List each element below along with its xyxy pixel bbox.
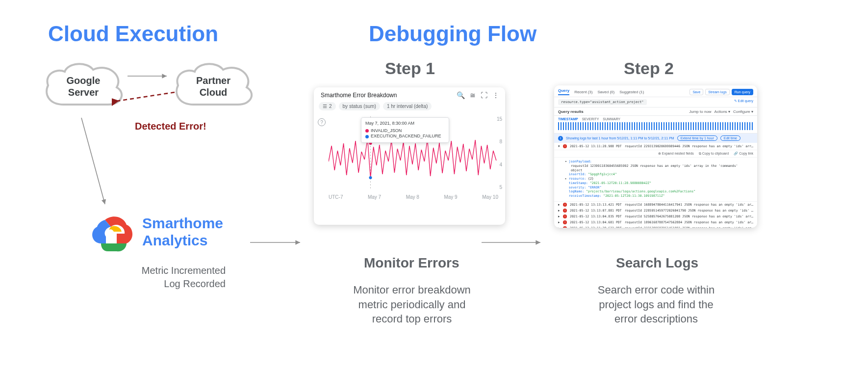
svg-line-2 xyxy=(81,118,105,204)
query-text[interactable]: resource.type="assistant_action_project" xyxy=(558,99,647,105)
hist-tab-severity[interactable]: SEVERITY xyxy=(582,117,599,121)
chart-similar-icon[interactable]: ≅ xyxy=(470,91,476,99)
expand-nested-link[interactable]: ⊕ Expand nested fields xyxy=(658,152,694,156)
interval-chip[interactable]: 1 hr interval (delta) xyxy=(383,102,432,110)
log-row-ts: 2021-05-12 13:13:07.881 PDT xyxy=(570,209,622,213)
edit-query-link[interactable]: ✎ Edit query xyxy=(734,99,753,103)
search-icon[interactable]: 🔍 xyxy=(457,91,465,99)
tooltip-time: May 7, 2021, 8:30:00 AM xyxy=(365,121,445,127)
chevron-right-icon: ▸ xyxy=(558,209,560,213)
arrow-error-back xyxy=(112,87,179,107)
svg-point-6 xyxy=(369,176,372,179)
step2-subheader: Search Logs xyxy=(616,255,698,271)
log-tab-recent[interactable]: Recent (3) xyxy=(574,90,592,94)
log-entry-expanded-head[interactable]: ▾ ! 2021-05-12 13:11:28.988 PDT requestI… xyxy=(554,143,757,150)
log-row-ts: 2021-05-12 13:11:38.623 PDT xyxy=(570,226,622,228)
log-row[interactable]: ▸!2021-05-12 13:13:07.881 PDTrequestId 2… xyxy=(554,208,757,214)
log-row-ts: 2021-05-12 13:13:13.421 PDT xyxy=(570,203,622,207)
log-row-msg: requestId 18961687887547562884 JSON resp… xyxy=(625,220,753,224)
svg-line-1 xyxy=(117,92,175,101)
arrow-analytics-to-step1 xyxy=(249,238,304,247)
chevron-right-icon: ▸ xyxy=(558,226,560,228)
step1-label: Step 1 xyxy=(385,59,435,78)
error-dot-icon: ! xyxy=(563,226,567,228)
log-row[interactable]: ▸!2021-05-12 13:13:04.835 PDTrequestId 5… xyxy=(554,214,757,219)
query-results-label: Query results xyxy=(558,109,584,114)
info-text: Showing logs for last 1 hour from 5/12/2… xyxy=(566,136,674,140)
log-row[interactable]: ▸!2021-05-12 13:13:04.681 PDTrequestId 1… xyxy=(554,219,757,225)
copy-clipboard-link[interactable]: ⧉ Copy to clipboard xyxy=(699,152,729,156)
chart-panel-monitor-errors: Smarthome Error Breakdown 🔍 ≅ ⛶ ⋮ ☰2 by … xyxy=(314,87,505,225)
log-json-expanded: ▾ jsonPayload: requestId 123991183604556… xyxy=(554,158,757,202)
tooltip-series1: INVALID_JSON xyxy=(371,128,402,133)
title-debugging-flow: Debugging Flow xyxy=(369,22,536,46)
chart-yticks: 15 8 4 5 xyxy=(497,116,502,190)
step2-desc: Search error code within project logs an… xyxy=(583,283,730,326)
copy-link-link[interactable]: 🔗 Copy link xyxy=(734,152,753,156)
cloud-partner-cloud: Partner Cloud xyxy=(169,58,257,114)
chevron-right-icon: ▸ xyxy=(558,214,560,218)
error-dot-icon: ! xyxy=(563,144,567,148)
info-bar: i Showing logs for last 1 hour from 5/12… xyxy=(554,134,757,143)
error-dot-icon: ! xyxy=(563,203,567,207)
log-head-req: requestId 2293139020699989446 JSON respo… xyxy=(625,144,753,148)
log-row-msg: requestId 3321389587961461881 JSON respo… xyxy=(625,226,753,228)
kebab-icon[interactable]: ⋮ xyxy=(492,91,499,99)
step2-label: Step 2 xyxy=(624,59,674,78)
step1-desc: Monitor error breakdown metric periodica… xyxy=(343,283,481,326)
run-query-button[interactable]: Run query xyxy=(732,89,753,95)
configure-dropdown[interactable]: Configure ▾ xyxy=(733,109,753,114)
chevron-right-icon: ▸ xyxy=(558,203,560,207)
title-cloud-execution: Cloud Execution xyxy=(48,22,218,46)
log-rows-list: ▸!2021-05-12 13:13:13.421 PDTrequestId 1… xyxy=(554,202,757,228)
log-row-ts: 2021-05-12 13:13:04.681 PDT xyxy=(570,220,622,224)
legend-dot-blue-icon xyxy=(365,135,369,138)
smarthome-analytics-text: Smarthome Analytics xyxy=(142,215,223,249)
log-row[interactable]: ▸!2021-05-12 13:13:13.421 PDTrequestId 1… xyxy=(554,202,757,208)
log-row-ts: 2021-05-12 13:13:04.835 PDT xyxy=(570,214,622,218)
stream-logs-button[interactable]: Stream logs xyxy=(705,89,729,95)
log-tab-suggested[interactable]: Suggested (1) xyxy=(619,90,644,94)
log-head-ts: 2021-05-12 13:11:28.988 PDT xyxy=(570,144,622,148)
gcp-cloud-icon xyxy=(86,213,135,253)
error-dot-icon: ! xyxy=(563,214,567,218)
edit-time-button[interactable]: Edit time xyxy=(720,135,740,141)
info-icon: i xyxy=(558,136,563,141)
hist-tab-summary[interactable]: SUMMARY xyxy=(603,117,620,121)
histogram-bars xyxy=(558,122,753,130)
chevron-right-icon: ▸ xyxy=(558,220,560,224)
legend-dot-pink-icon xyxy=(365,129,369,133)
save-button[interactable]: Save xyxy=(689,89,703,95)
log-row-msg: requestId 16889478044116417941 JSON resp… xyxy=(625,203,753,207)
chart-title: Smarthome Error Breakdown xyxy=(321,92,397,99)
log-row-msg: requestId 2285951459772026041790 JSON re… xyxy=(625,209,753,213)
log-tab-saved[interactable]: Saved (0) xyxy=(597,90,614,94)
arrow-step1-to-step2 xyxy=(481,238,544,247)
chart-xlabels: UTC-7 May 7 May 8 May 9 May 10 xyxy=(329,194,498,200)
step1-subheader: Monitor Errors xyxy=(364,255,459,271)
help-icon[interactable]: ? xyxy=(318,118,326,126)
hist-tab-timestamp[interactable]: TIMESTAMP xyxy=(558,117,578,121)
metric-log-text: Metric Incremented Log Recorded xyxy=(132,264,226,291)
cloud-partner-label: Partner Cloud xyxy=(169,75,257,98)
jump-to-now-link[interactable]: Jump to now xyxy=(689,109,711,114)
actions-dropdown[interactable]: Actions ▾ xyxy=(715,109,730,114)
log-row[interactable]: ▸!2021-05-12 13:11:38.623 PDTrequestId 3… xyxy=(554,225,757,228)
error-dot-icon: ! xyxy=(563,220,567,224)
detected-error-text: Detected Error! xyxy=(135,121,206,132)
filter-chip[interactable]: ☰2 xyxy=(319,102,336,110)
status-chip[interactable]: by status (sum) xyxy=(339,102,380,110)
chart-tooltip: May 7, 2021, 8:30:00 AM INVALID_JSON EXE… xyxy=(361,117,449,143)
fullscreen-icon[interactable]: ⛶ xyxy=(481,91,487,99)
arrow-google-to-analytics xyxy=(77,116,116,209)
error-dot-icon: ! xyxy=(563,209,567,213)
chevron-down-icon: ▾ xyxy=(558,144,560,148)
extend-time-button[interactable]: Extend time by 1 hour xyxy=(677,135,717,141)
log-row-msg: requestId 5258057642675081208 JSON respo… xyxy=(625,214,753,218)
log-panel-search-logs: Query Recent (3) Saved (0) Suggested (1)… xyxy=(554,85,757,228)
log-tab-query[interactable]: Query xyxy=(558,88,569,95)
arrow-google-to-partner xyxy=(127,71,171,81)
tooltip-series2: EXECUTION_BACKEND_FAILURE xyxy=(371,134,441,138)
